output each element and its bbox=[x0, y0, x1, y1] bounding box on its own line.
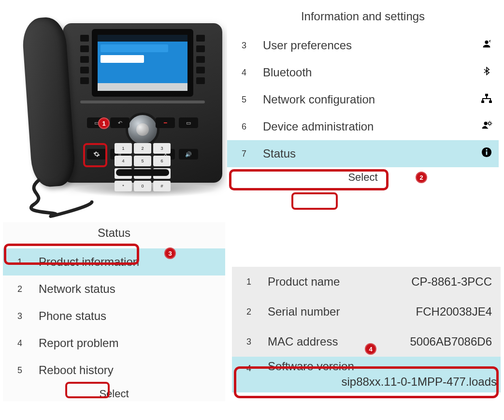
dial-pad[interactable]: 123 456 789 *0# bbox=[115, 143, 171, 191]
highlight-select-1 bbox=[291, 192, 338, 210]
highlight-select-2 bbox=[65, 382, 110, 398]
svg-rect-0 bbox=[485, 94, 488, 96]
nav-ring[interactable] bbox=[126, 113, 159, 146]
value-product-name: CP-8861-3PCC bbox=[411, 275, 492, 289]
value-mac-address: 5006AB7086D6 bbox=[410, 335, 492, 348]
handset-cord bbox=[19, 178, 97, 217]
menu-item-status[interactable]: 7 Status bbox=[227, 140, 499, 167]
menu-item-device-administration[interactable]: 6 Device administration bbox=[227, 113, 499, 140]
page-title: Status bbox=[3, 226, 225, 240]
network-icon bbox=[475, 93, 499, 106]
admin-icon bbox=[475, 120, 499, 133]
user-icon bbox=[475, 39, 499, 52]
svg-rect-6 bbox=[486, 149, 488, 151]
svg-rect-1 bbox=[481, 101, 484, 103]
menu-item-report-problem[interactable]: 4 Report problem bbox=[3, 330, 225, 357]
step-badge-1: 1 bbox=[98, 117, 110, 129]
volume-rocker[interactable] bbox=[116, 169, 169, 176]
menu-item-phone-status[interactable]: 3 Phone status bbox=[3, 303, 225, 330]
menu-item-network-configuration[interactable]: 5 Network configuration bbox=[227, 86, 499, 113]
field-product-name[interactable]: 1 Product name CP-8861-3PCC bbox=[232, 267, 501, 297]
info-icon bbox=[475, 147, 499, 160]
highlight-product-information bbox=[4, 244, 139, 265]
step-badge-3: 3 bbox=[164, 247, 176, 259]
highlight-settings-key bbox=[83, 143, 107, 167]
menu-item-network-status[interactable]: 2 Network status bbox=[3, 275, 225, 303]
back-key[interactable]: ↶ bbox=[110, 117, 130, 128]
step-badge-4: 4 bbox=[365, 343, 376, 355]
page-title: Information and settings bbox=[227, 10, 499, 23]
menu-item-user-preferences[interactable]: 3 User preferences bbox=[227, 32, 499, 59]
value-serial-number: FCH20038JE4 bbox=[416, 305, 492, 319]
information-and-settings-menu: Information and settings 3 User preferen… bbox=[227, 6, 499, 185]
field-serial-number[interactable]: 2 Serial number FCH20038JE4 bbox=[232, 297, 501, 327]
contacts-key[interactable]: ▭ bbox=[179, 117, 198, 128]
menu-item-bluetooth[interactable]: 4 Bluetooth bbox=[227, 59, 499, 86]
release-key[interactable]: ━ bbox=[156, 117, 175, 128]
speaker-key[interactable]: 🔊 bbox=[179, 149, 198, 159]
menu-item-reboot-history[interactable]: 5 Reboot history bbox=[3, 357, 225, 384]
svg-point-3 bbox=[489, 122, 491, 125]
highlight-software-version bbox=[234, 366, 499, 398]
cisco-phone-photo: ▭ ↶ II ━ ▭ ✕ 🔊 123 456 789 *0# 1 bbox=[14, 9, 232, 217]
bluetooth-icon bbox=[475, 66, 499, 79]
step-badge-2: 2 bbox=[416, 172, 427, 183]
highlight-status-row bbox=[229, 169, 389, 190]
phone-screen bbox=[98, 35, 187, 91]
svg-rect-5 bbox=[486, 151, 488, 155]
svg-rect-2 bbox=[489, 101, 492, 103]
